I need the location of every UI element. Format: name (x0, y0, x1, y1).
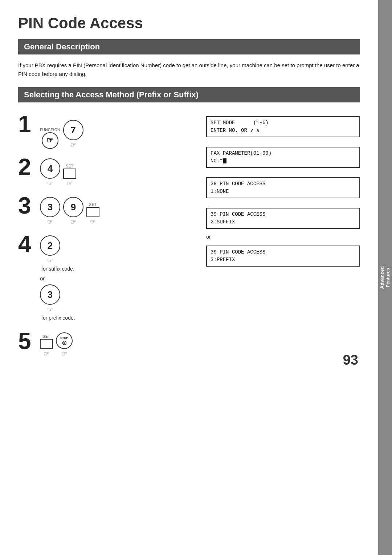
key4-hand: ☞ (47, 179, 53, 187)
step-4-row: 4 2 ☞ for suffix c (18, 232, 206, 323)
step-4-options: 2 ☞ for suffix code. or (40, 235, 75, 323)
set2-label: SET (66, 164, 74, 168)
key4-circle: 4 (40, 158, 60, 179)
prefix-icons: 3 ☞ (40, 284, 60, 313)
step-2-icons: 4 ☞ SET ☞ (40, 158, 76, 187)
lcd-5-line2: 3:PREFIX (211, 256, 356, 264)
step-5-icons: SET ☞ STOP ◎ ☞ (40, 332, 73, 358)
selecting-section-header: Selecting the Access Method (Prefix or S… (18, 87, 360, 102)
set5-label: SET (43, 335, 50, 339)
right-sidebar: AdvancedFeatures (378, 0, 392, 555)
step-2-number: 2 (18, 155, 40, 179)
function-label: FUNCTION (40, 128, 60, 132)
key7-circle: 7 (63, 120, 83, 140)
lcd-1: SET MODE (1-6) ENTER NO. OR ∨ ∧ (206, 116, 360, 137)
general-description-header: General Description (18, 39, 360, 54)
key9-hand: ☞ (70, 218, 76, 226)
stop-btn: STOP ◎ (56, 332, 73, 349)
lcd-2-group: FAX PARAMETER(01-99) NO.= (206, 147, 360, 173)
general-description-body: If your PBX requires a PIN (Personal Ide… (18, 61, 360, 78)
key3-hand: ☞ (47, 218, 53, 226)
lcd-3-line1: 39 PIN CODE ACCESS (211, 180, 356, 188)
step-1-number: 1 (18, 113, 40, 136)
key7-label (73, 116, 74, 119)
key4-wrapper: 4 ☞ (40, 158, 60, 187)
step-4-number: 4 (18, 232, 40, 256)
main-content: PIN Code Access General Description If y… (0, 0, 378, 375)
prefix-option: 3 ☞ for prefix code. (40, 284, 75, 321)
step-3-number: 3 (18, 194, 40, 217)
lcd-4: 39 PIN CODE ACCESS 2:SUFFIX (206, 208, 360, 229)
function-hand: ☞ (46, 136, 54, 145)
prefix-label: for prefix code. (41, 315, 75, 321)
lcd-2-line1: FAX PARAMETER(01-99) (211, 150, 356, 157)
sidebar-label: AdvancedFeatures (379, 266, 391, 289)
key3b-wrapper: 3 ☞ (40, 284, 60, 313)
steps-left: 1 FUNCTION ☞ 7 (18, 113, 206, 364)
step-2-row: 2 4 ☞ SET ☞ (18, 155, 206, 187)
suffix-label: for suffix code. (41, 266, 74, 272)
lcd-1-group: SET MODE (1-6) ENTER NO. OR ∨ ∧ (206, 116, 360, 142)
step-4-content: 2 ☞ for suffix code. or (40, 232, 75, 323)
lcd-3-group: 39 PIN CODE ACCESS 1:NONE (206, 177, 360, 203)
step-5-content: SET ☞ STOP ◎ ☞ (40, 329, 73, 358)
key7-hand: ☞ (70, 141, 76, 149)
function-circle: ☞ (42, 132, 58, 149)
set3-label: SET (89, 203, 97, 207)
stop-wrapper: STOP ◎ ☞ (56, 332, 73, 358)
key3b-hand: ☞ (47, 305, 53, 313)
lcd-2-line2: NO.= (211, 157, 356, 165)
lcd-2: FAX PARAMETER(01-99) NO.= (206, 147, 360, 168)
set3-btn (86, 207, 99, 217)
lcd-5-group: 39 PIN CODE ACCESS 3:PREFIX (206, 246, 360, 272)
step-1-content: FUNCTION ☞ 7 ☞ (40, 113, 83, 149)
key2-wrapper: 2 ☞ (40, 235, 60, 264)
set5-hand: ☞ (44, 350, 49, 358)
function-key-wrapper: FUNCTION ☞ (40, 128, 60, 149)
lcd-5: 39 PIN CODE ACCESS 3:PREFIX (206, 246, 360, 267)
step-2-content: 4 ☞ SET ☞ (40, 155, 76, 187)
or-between-4-5: or (206, 234, 360, 240)
set2-hand: ☞ (67, 179, 73, 187)
set3-wrapper: SET ☞ (86, 203, 99, 226)
steps-area: 1 FUNCTION ☞ 7 (18, 113, 360, 364)
step-5-number: 5 (18, 329, 40, 353)
suffix-option: 2 ☞ for suffix code. (40, 235, 75, 272)
lcd-4-line2: 2:SUFFIX (211, 218, 356, 226)
page-title: PIN Code Access (18, 15, 360, 32)
key7-wrapper: 7 ☞ (63, 116, 83, 149)
lcd-3: 39 PIN CODE ACCESS 1:NONE (206, 177, 360, 198)
set3-hand: ☞ (90, 218, 96, 226)
set2-btn (63, 169, 76, 179)
page-container: AdvancedFeatures PIN Code Access General… (0, 0, 392, 555)
step-1-row: 1 FUNCTION ☞ 7 (18, 113, 206, 149)
lcd-4-line1: 39 PIN CODE ACCESS (211, 211, 356, 218)
steps-right: SET MODE (1-6) ENTER NO. OR ∨ ∧ FAX PARA… (206, 113, 360, 364)
lcd-1-line2: ENTER NO. OR ∨ ∧ (211, 127, 356, 134)
step-5-row: 5 SET ☞ STOP ◎ (18, 329, 206, 358)
set5-wrapper: SET ☞ (40, 335, 53, 358)
key3-circle: 3 (40, 197, 60, 217)
lcd-3-line2: 1:NONE (211, 188, 356, 195)
step-3-content: 3 ☞ 9 ☞ SET ☞ (40, 194, 99, 226)
step4-or: or (40, 275, 75, 281)
key9-circle: 9 (63, 197, 83, 217)
step-3-icons: 3 ☞ 9 ☞ SET ☞ (40, 197, 99, 226)
suffix-icons: 2 ☞ (40, 235, 60, 264)
page-number: 93 (343, 352, 358, 368)
key2-circle: 2 (40, 235, 60, 256)
step-3-row: 3 3 ☞ 9 ☞ SET (18, 194, 206, 226)
key2-hand: ☞ (47, 256, 53, 264)
key9-wrapper: 9 ☞ (63, 197, 83, 226)
lcd-1-line1: SET MODE (1-6) (211, 119, 356, 127)
stop-hand: ☞ (61, 350, 67, 358)
step-1-icons: FUNCTION ☞ 7 ☞ (40, 116, 83, 149)
lcd-4-group: 39 PIN CODE ACCESS 2:SUFFIX or (206, 208, 360, 241)
key3b-circle: 3 (40, 284, 60, 305)
key3-wrapper: 3 ☞ (40, 197, 60, 226)
set2-wrapper: SET ☞ (63, 164, 76, 187)
lcd-5-line1: 39 PIN CODE ACCESS (211, 248, 356, 256)
set5-btn (40, 339, 53, 349)
